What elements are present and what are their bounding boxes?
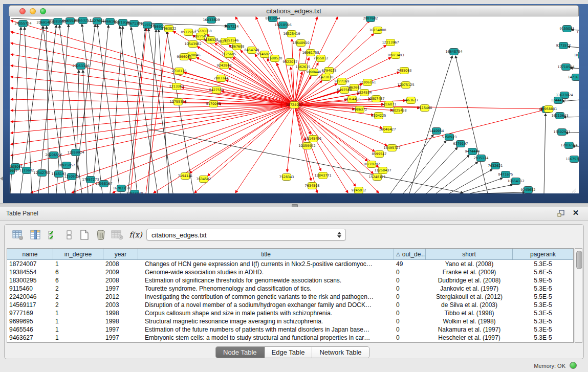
graph-node[interactable]: 9115460 xyxy=(418,105,432,112)
graph-edge[interactable] xyxy=(159,30,169,193)
graph-node[interactable]: 9322037 xyxy=(283,59,298,65)
table-cell[interactable]: 19384554 xyxy=(7,268,53,276)
table-cell[interactable]: 5.5E-5 xyxy=(513,293,573,301)
table-cell[interactable]: 2003 xyxy=(103,301,138,309)
graph-edge[interactable] xyxy=(92,25,108,193)
graph-node[interactable]: 7634502 xyxy=(197,176,211,183)
graph-node[interactable]: 2204225 xyxy=(372,113,386,119)
table-cell[interactable]: 9115460 xyxy=(7,285,53,293)
panel-collapse-arrow-icon[interactable] xyxy=(0,177,3,181)
graph-node[interactable]: 11258437 xyxy=(374,167,391,174)
table-cell[interactable]: 5.3E-5 xyxy=(513,285,573,293)
table-cell[interactable]: 5.3E-5 xyxy=(513,325,573,334)
graph-node[interactable]: 1250515 xyxy=(64,173,79,180)
graph-node[interactable]: 9279197 xyxy=(453,141,468,147)
table-cell[interactable]: 18300295 xyxy=(7,276,53,285)
graph-node[interactable]: 10216119 xyxy=(574,52,579,59)
tab-node-table[interactable]: Node Table xyxy=(216,347,265,358)
table-cell[interactable]: 49 xyxy=(394,260,426,268)
table-cell[interactable]: Estimation of significance thresholds fo… xyxy=(138,276,394,285)
column-header-name[interactable]: name xyxy=(7,249,53,259)
graph-edge[interactable] xyxy=(38,25,56,193)
table-cell[interactable]: Nakamura et al. (1997) xyxy=(426,325,513,334)
table-cell[interactable]: 9463627 xyxy=(7,334,53,342)
graph-edge[interactable] xyxy=(287,105,294,172)
graph-node[interactable]: 18640910 xyxy=(292,40,309,47)
table-cell[interactable]: 2 xyxy=(53,293,103,301)
graph-node[interactable]: 12975125 xyxy=(397,82,414,89)
memory-ok-indicator[interactable] xyxy=(570,362,577,369)
graph-edge[interactable] xyxy=(415,147,458,193)
table-cell[interactable]: 0 xyxy=(394,309,426,317)
graph-node[interactable]: 16961758 xyxy=(302,50,319,56)
table-cell[interactable]: 1 xyxy=(53,317,103,325)
graph-edge[interactable] xyxy=(130,29,146,193)
graph-edge[interactable] xyxy=(449,169,492,193)
table-cell[interactable]: 5.3E-5 xyxy=(513,301,573,309)
graph-node[interactable]: 8186328 xyxy=(204,37,219,43)
graph-edge[interactable] xyxy=(392,110,544,148)
graph-node[interactable]: 15145451 xyxy=(304,136,321,142)
table-cell[interactable]: 5.9E-5 xyxy=(513,276,573,285)
graph-node[interactable]: 10755348 xyxy=(169,99,186,105)
resize-grip-icon[interactable] xyxy=(572,188,576,192)
graph-edge[interactable] xyxy=(11,65,294,105)
column-header-in_degree[interactable]: in_degree xyxy=(53,249,103,259)
graph-node[interactable]: 9245012 xyxy=(352,187,366,194)
graph-node[interactable]: 10975857 xyxy=(58,162,75,169)
table-cell[interactable]: 1997 xyxy=(103,285,138,293)
graph-node[interactable]: 9245652 xyxy=(521,187,536,193)
network-graph[interactable]: 2405572420691406193835629465546106532571… xyxy=(10,16,579,193)
table-cell[interactable]: Corpus callosum shape and size in male p… xyxy=(138,309,394,317)
graph-node[interactable]: 5358923 xyxy=(442,134,457,141)
graph-node[interactable]: 19958167 xyxy=(95,181,112,187)
table-cell[interactable]: Franke et al. (2009) xyxy=(426,268,513,276)
table-cell[interactable]: 5.3E-5 xyxy=(513,334,573,342)
graph-node[interactable]: 12923448 xyxy=(126,190,143,194)
table-cell[interactable]: Jankovic et al. (1997) xyxy=(426,285,513,293)
graph-node[interactable]: 10543982 xyxy=(184,41,201,48)
table-cell[interactable]: Hescheler et al. (1997) xyxy=(426,334,513,342)
graph-edge[interactable] xyxy=(470,185,513,193)
table-row[interactable]: 946554611997Estimation of the future num… xyxy=(7,325,573,334)
graph-node[interactable]: 7955812 xyxy=(314,55,329,62)
merge-rows-icon[interactable] xyxy=(63,229,75,241)
table-cell[interactable]: 1 xyxy=(53,334,103,342)
graph-node[interactable]: 7357224 xyxy=(224,24,239,30)
graph-node[interactable]: 15495727 xyxy=(383,145,400,151)
table-cell[interactable]: Changes of HCN gene expression and I(f) … xyxy=(138,260,394,268)
delete-rows-icon[interactable] xyxy=(95,229,107,241)
table-cell[interactable]: Embryonic stem cells: a model to study s… xyxy=(138,334,394,342)
panel-splitter[interactable] xyxy=(0,203,588,207)
graph-node[interactable]: 8427552 xyxy=(209,87,224,94)
table-cell[interactable]: 22420046 xyxy=(7,293,53,301)
graph-node[interactable]: 9273572 xyxy=(556,42,571,49)
table-cell[interactable]: de Silva et al. (2003) xyxy=(426,301,513,309)
graph-node[interactable]: 10059942 xyxy=(298,143,315,149)
table-cell[interactable]: Tibbo et al. (1998) xyxy=(426,309,513,317)
graph-node[interactable]: 9990448 xyxy=(307,69,321,76)
graph-edge[interactable] xyxy=(207,34,294,105)
table-cell[interactable]: 0 xyxy=(394,276,426,285)
table-cell[interactable]: 1998 xyxy=(103,317,138,325)
table-row[interactable]: 1938455462009Genome-wide association stu… xyxy=(7,268,573,276)
tab-network-table[interactable]: Network Table xyxy=(312,347,368,358)
graph-node[interactable]: 1440954 xyxy=(429,128,444,135)
graph-edge[interactable] xyxy=(120,26,137,193)
table-cell[interactable]: 0 xyxy=(394,293,426,301)
graph-node[interactable]: 9155091 xyxy=(560,26,575,32)
table-row[interactable]: 977716911998Corpus callosum shape and si… xyxy=(7,309,573,317)
table-cell[interactable]: Dudbridge et al. (2008) xyxy=(426,276,513,285)
graph-node[interactable]: 11675312 xyxy=(565,156,579,163)
table-row[interactable]: 1830029562008Estimation of significance … xyxy=(7,276,573,285)
table-cell[interactable]: 0 xyxy=(394,317,426,325)
table-cell[interactable]: 2009 xyxy=(103,268,138,276)
graph-node[interactable]: 7528343 xyxy=(279,174,294,181)
table-cell[interactable]: Investigating the contribution of common… xyxy=(138,293,394,301)
graph-edge[interactable] xyxy=(226,80,294,105)
graph-node[interactable]: 16046427 xyxy=(379,126,396,133)
graph-node[interactable]: 20053346 xyxy=(72,63,89,70)
table-cell[interactable]: 1 xyxy=(53,325,103,334)
column-header-title[interactable]: title xyxy=(138,249,394,259)
table-cell[interactable]: 9465546 xyxy=(7,325,53,334)
